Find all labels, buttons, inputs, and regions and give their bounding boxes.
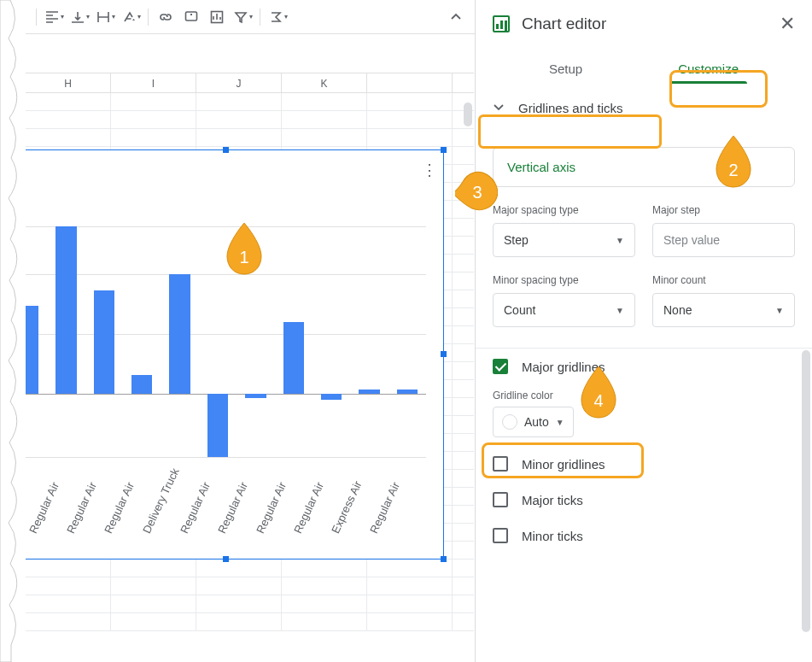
tab-setup[interactable]: Setup — [523, 48, 608, 89]
resize-handle[interactable] — [223, 147, 229, 153]
horizontal-align-button[interactable]: ▾ — [42, 5, 66, 29]
minor-spacing-type-select[interactable]: Count ▼ — [493, 293, 635, 327]
minor-count-select[interactable]: None ▼ — [652, 293, 795, 327]
input-placeholder: Step value — [663, 233, 720, 247]
major-gridlines-row: Major gridlines — [476, 349, 812, 384]
minor-gridlines-checkbox[interactable] — [493, 456, 508, 472]
chevron-down-icon — [493, 101, 505, 115]
minor-spacing-type-label: Minor spacing type — [493, 274, 635, 286]
axis-selector[interactable]: Vertical axis — [493, 147, 795, 187]
chart-icon — [493, 15, 510, 32]
embedded-chart[interactable]: ⋮ Regular AirRegular AirRegular AirRegul… — [9, 149, 444, 559]
sidebar-scrollbar[interactable] — [802, 350, 810, 632]
select-value: Step — [504, 233, 529, 247]
dropdown-arrow-icon: ▼ — [556, 418, 564, 427]
minor-gridlines-row: Minor gridlines — [476, 446, 812, 482]
insert-link-button[interactable] — [154, 5, 178, 29]
column-header[interactable] — [367, 73, 453, 92]
sidebar-tabs: Setup Customize — [476, 48, 812, 89]
insert-comment-button[interactable] — [179, 5, 203, 29]
color-swatch-icon — [502, 414, 517, 430]
chart-menu-icon[interactable]: ⋮ — [422, 161, 436, 179]
text-wrap-button[interactable]: ▾ — [93, 5, 117, 29]
chart-plot — [9, 219, 426, 473]
chart-x-label: Delivery Truck — [140, 466, 181, 536]
svg-rect-0 — [186, 12, 197, 21]
chart-x-label: Express Air — [330, 479, 365, 536]
vertical-align-button[interactable]: ▾ — [67, 5, 91, 29]
insert-chart-button[interactable] — [205, 5, 229, 29]
chart-x-label: Regular Air — [291, 480, 326, 536]
resize-handle[interactable] — [441, 556, 447, 562]
close-icon[interactable]: ✕ — [780, 13, 795, 35]
chart-x-labels: Regular AirRegular AirRegular AirRegular… — [9, 473, 426, 550]
spreadsheet-area: H I J K — [0, 34, 474, 662]
select-value: Auto — [524, 415, 549, 429]
select-value: Count — [504, 303, 535, 317]
section-gridlines-and-ticks[interactable]: Gridlines and ticks — [476, 89, 812, 126]
major-gridlines-checkbox[interactable] — [493, 359, 508, 374]
chart-x-label: Regular Air — [102, 480, 137, 536]
resize-handle[interactable] — [223, 556, 229, 562]
gridline-color-select[interactable]: Auto ▼ — [493, 407, 574, 437]
minor-ticks-checkbox[interactable] — [493, 528, 508, 543]
column-header[interactable]: H — [26, 73, 111, 92]
checkbox-label: Minor gridlines — [522, 457, 605, 472]
major-ticks-row: Major ticks — [476, 482, 812, 518]
checkbox-label: Major gridlines — [522, 360, 605, 374]
column-header[interactable]: I — [111, 73, 196, 92]
major-step-input[interactable]: Step value — [652, 223, 795, 257]
text-rotation-button[interactable]: ▾ — [119, 5, 143, 29]
dropdown-arrow-icon: ▼ — [616, 306, 624, 315]
axis-selector-label: Vertical axis — [507, 160, 575, 174]
sidebar-header: Chart editor ✕ — [476, 0, 812, 48]
minor-ticks-row: Minor ticks — [476, 518, 812, 554]
gridline-color-label: Gridline color — [493, 390, 795, 401]
sidebar-title: Chart editor — [522, 15, 768, 33]
chart-x-label: Regular Air — [367, 480, 402, 536]
section-label: Gridlines and ticks — [518, 101, 623, 115]
major-spacing-type-label: Major spacing type — [493, 204, 635, 216]
major-ticks-checkbox[interactable] — [493, 492, 508, 507]
chart-x-label: Regular Air — [216, 480, 251, 536]
column-headers: H I J K — [26, 73, 474, 93]
select-value: None — [663, 303, 692, 317]
torn-edge-decoration — [0, 0, 26, 662]
dropdown-arrow-icon: ▼ — [616, 236, 624, 245]
tab-customize[interactable]: Customize — [652, 48, 764, 89]
chart-x-label: Regular Air — [178, 480, 213, 536]
major-spacing-type-select[interactable]: Step ▼ — [493, 223, 635, 257]
column-header[interactable]: K — [282, 73, 367, 92]
checkbox-label: Major ticks — [522, 493, 583, 507]
chart-x-label: Regular Air — [26, 480, 61, 536]
minor-count-label: Minor count — [652, 274, 795, 286]
chart-x-label: Regular Air — [64, 480, 99, 536]
dropdown-arrow-icon: ▼ — [775, 306, 784, 315]
functions-button[interactable]: ▾ — [266, 5, 289, 29]
resize-handle[interactable] — [441, 147, 447, 153]
collapse-toolbar-button[interactable] — [444, 5, 468, 29]
checkbox-label: Minor ticks — [522, 529, 583, 543]
chart-editor-sidebar: Chart editor ✕ Setup Customize Gridlines… — [475, 0, 812, 662]
major-step-label: Major step — [652, 204, 795, 216]
filter-button[interactable]: ▾ — [231, 5, 254, 29]
column-header[interactable]: J — [196, 73, 282, 92]
vertical-scrollbar[interactable] — [464, 103, 472, 126]
resize-handle[interactable] — [441, 351, 447, 357]
chart-x-label: Regular Air — [254, 480, 289, 536]
